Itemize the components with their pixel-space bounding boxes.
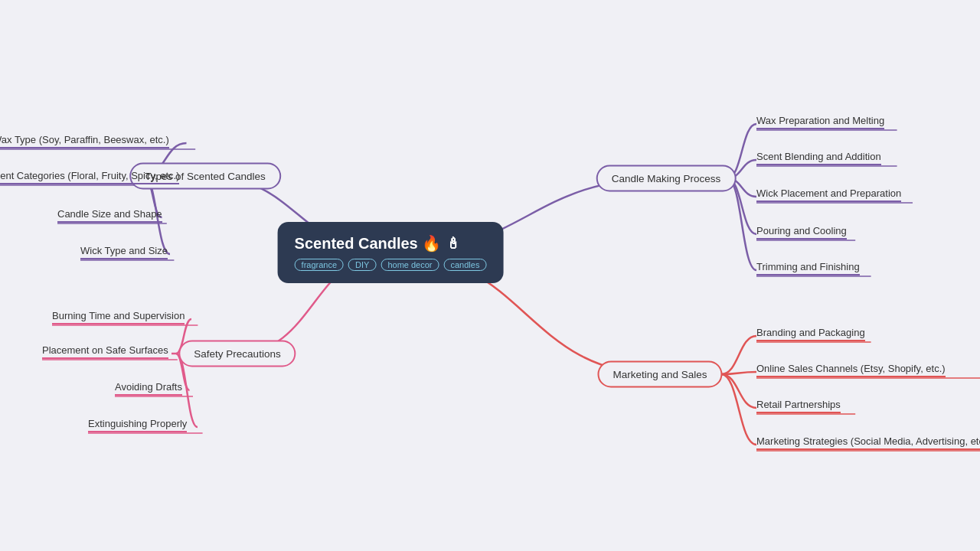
center-node: Scented Candles 🔥 🕯 fragrance DIY home d… <box>278 222 504 283</box>
leaf-item: Burning Time and Supervision <box>52 310 185 324</box>
leaf-item: Scent Categories (Floral, Fruity, Spicy,… <box>0 170 179 184</box>
leaf-item: Pouring and Cooling <box>756 225 847 240</box>
leaf-item: Wax Type (Soy, Paraffin, Beeswax, etc.) <box>0 134 169 148</box>
leaf-item: Placement on Safe Surfaces <box>42 344 168 359</box>
leaf-item: Wick Type and Size <box>80 245 168 259</box>
leaf-item: Wax Preparation and Melting <box>756 115 884 129</box>
leaf-item: Avoiding Drafts <box>115 381 182 396</box>
leaf-item: Candle Size and Shape <box>57 208 162 223</box>
center-title: Scented Candles 🔥 🕯 <box>295 234 487 253</box>
leaf-item: Marketing Strategies (Social Media, Adve… <box>756 435 980 450</box>
branch-process: Candle Making Process <box>596 165 737 192</box>
tag-candles: candles <box>444 259 487 271</box>
leaf-item: Retail Partnerships <box>756 399 841 413</box>
tag-diy: DIY <box>348 259 376 271</box>
branch-safety: Safety Precautions <box>178 341 296 367</box>
leaf-item: Scent Blending and Addition <box>756 151 881 165</box>
leaf-item: Branding and Packaging <box>756 327 865 341</box>
branch-marketing: Marketing and Sales <box>597 361 722 388</box>
leaf-item: Wick Placement and Preparation <box>756 187 901 202</box>
leaf-item: Trimming and Finishing <box>756 261 860 276</box>
leaf-item: Extinguishing Properly <box>88 418 187 432</box>
leaf-item: Online Sales Channels (Etsy, Shopify, et… <box>756 363 946 377</box>
tag-fragrance: fragrance <box>295 259 344 271</box>
tag-homedecor: home decor <box>381 259 439 271</box>
